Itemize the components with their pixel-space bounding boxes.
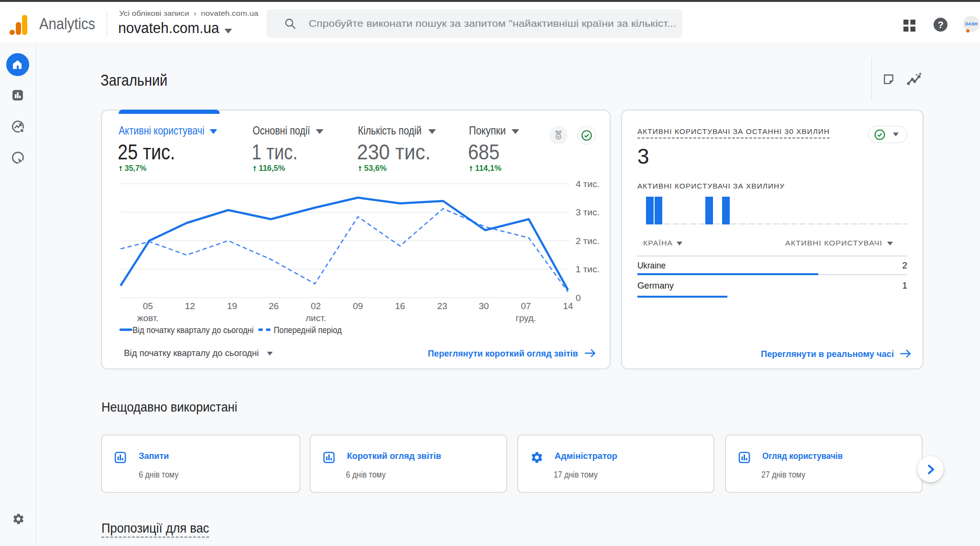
svg-text:лист.: лист. [305, 313, 326, 323]
svg-text:12: 12 [185, 301, 195, 311]
svg-text:26: 26 [268, 301, 278, 311]
svg-text:Попередній період: Попередній період [274, 325, 342, 335]
svg-text:2 тис.: 2 тис. [576, 236, 600, 246]
svg-text:жовт.: жовт. [137, 313, 159, 323]
svg-text:23: 23 [437, 301, 447, 311]
svg-text:4 тис.: 4 тис. [576, 179, 600, 189]
svg-text:1 тис.: 1 тис. [576, 264, 600, 274]
svg-text:Від початку кварталу до сьогод: Від початку кварталу до сьогодні [133, 325, 254, 335]
svg-text:14: 14 [563, 301, 573, 311]
svg-text:07: 07 [521, 301, 531, 311]
svg-text:05: 05 [143, 301, 153, 311]
svg-text:02: 02 [311, 301, 321, 311]
svg-text:груд.: груд. [516, 313, 536, 323]
svg-text:09: 09 [353, 301, 363, 311]
svg-text:19: 19 [227, 301, 237, 311]
svg-text:3 тис.: 3 тис. [576, 207, 600, 217]
svg-text:16: 16 [395, 301, 405, 311]
svg-text:30: 30 [479, 301, 489, 311]
svg-text:0: 0 [576, 293, 581, 303]
